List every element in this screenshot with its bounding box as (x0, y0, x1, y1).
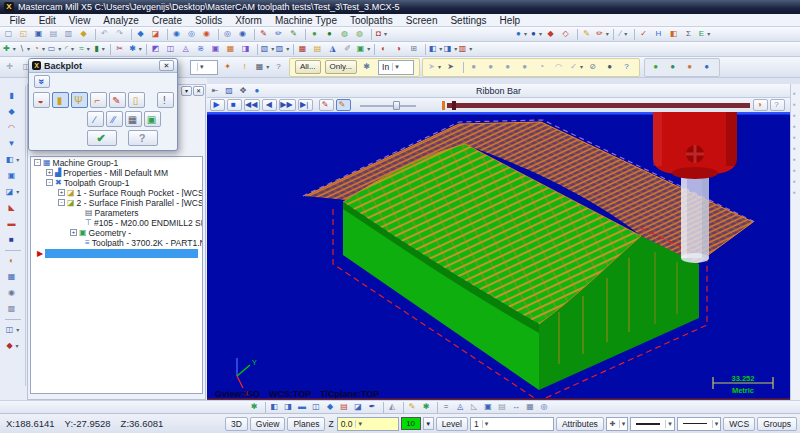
mru-icon[interactable]: ▪ (792, 166, 800, 175)
fast-point-icon[interactable]: ✦ (221, 59, 237, 75)
mru-icon[interactable]: ▪ (792, 89, 800, 98)
create-spline-button[interactable]: ≈ (78, 43, 92, 56)
mru-icon[interactable]: ▪ (792, 188, 800, 197)
backplot-dialog-titlebar[interactable]: X Backplot ✕ (29, 59, 177, 73)
analyze-position-button[interactable]: ◆ (135, 28, 149, 41)
solids-trim-button[interactable]: ▬ (6, 218, 20, 231)
select-chain-icon[interactable]: ● (467, 59, 483, 75)
tree-item[interactable]: ⊤ #105 - M20.00 ENDMILL2 SPHERE - 2 (31, 217, 202, 227)
point-style-combo[interactable]: ✚ (606, 417, 628, 431)
tree-expander[interactable]: - (34, 159, 41, 166)
bp-save-geometry-button[interactable]: ▣ (144, 111, 161, 127)
selection-help-icon[interactable]: ? (620, 59, 636, 75)
undo-button[interactable]: ↶ (99, 28, 113, 41)
repaint-button[interactable]: ✏ (273, 28, 287, 41)
clear-colors-button[interactable]: ✎ (258, 28, 272, 41)
gview-named-button[interactable]: ▥ (459, 43, 473, 56)
xform-translate-button[interactable]: ◩ (150, 43, 164, 56)
toggle-shading-button[interactable]: ◑ (393, 43, 407, 56)
menu-item[interactable]: Toolpaths (343, 14, 399, 27)
level-combo[interactable]: 1 (470, 417, 554, 431)
backplot-step-back-button[interactable]: ◀ (262, 99, 277, 111)
red-tool-button[interactable]: ◆ (6, 340, 20, 353)
backplot-progress-bar[interactable] (447, 103, 750, 108)
color-swatch[interactable]: 10 (401, 417, 421, 430)
status-level-icon[interactable]: ▬ (297, 402, 310, 413)
gview-button[interactable]: Gview (250, 417, 286, 431)
combine-views-button[interactable]: ▤ (312, 43, 326, 56)
solids-extrude-button[interactable]: ▮ (6, 90, 20, 103)
select-all-button[interactable]: All... (295, 60, 321, 74)
tree-item[interactable]: + ▟ Properties - Mill Default MM (31, 167, 202, 177)
menu-item[interactable]: Create (145, 14, 188, 27)
new-file-button[interactable]: ▢ (3, 28, 17, 41)
solids-layout-button[interactable]: ■ (6, 234, 20, 247)
backplot-details-icon[interactable]: ◑ (753, 99, 768, 111)
autocursor-combo[interactable] (190, 60, 218, 75)
menu-item[interactable]: Analyze (97, 14, 146, 27)
selection-options-icon[interactable]: ✱ (360, 59, 376, 75)
gview-select-icon[interactable]: ▦ (255, 59, 271, 75)
tree-item[interactable]: ▤ Parameters (31, 207, 202, 217)
zoom-target-button[interactable]: ◎ (186, 28, 200, 41)
print-button[interactable]: ▤ (48, 28, 62, 41)
menu-item[interactable]: Screen (399, 14, 444, 27)
menu-item[interactable]: Settings (444, 14, 493, 27)
levels-button[interactable]: ▧ (261, 43, 275, 56)
menu-item[interactable]: View (62, 14, 97, 27)
solid-sphere-button[interactable]: ◆ (545, 28, 559, 41)
3d-mode-button[interactable]: 3D (225, 417, 248, 431)
redo-button[interactable]: ↷ (114, 28, 128, 41)
bp-run-one-button[interactable]: ∕ (87, 111, 104, 127)
autocursor-help-icon[interactable]: ? (272, 59, 288, 75)
bp-display-rapid-button[interactable]: ⌐ (90, 92, 107, 108)
backplot-end-button[interactable]: ▶| (298, 99, 313, 111)
smart-dimension-button[interactable]: ∕ (617, 28, 631, 41)
hide-button[interactable]: ✐ (342, 43, 356, 56)
select-window-icon[interactable]: ● (484, 59, 500, 75)
backplot-trace-toggle[interactable]: ✎ (319, 99, 334, 111)
status-plane2-icon[interactable]: ◺ (469, 402, 482, 413)
drafting-dimension-button[interactable]: ✎ (581, 28, 595, 41)
status-grid2-icon[interactable]: ▦ (525, 402, 538, 413)
tree-item[interactable]: ≡ Toolpath - 3700.2K - PART1.NC - Progra (31, 237, 202, 247)
status-equal-icon[interactable]: = (441, 402, 454, 413)
selection-grid-icon[interactable]: ✛ (3, 59, 19, 75)
insert-position-row[interactable]: ▶ (31, 248, 202, 258)
attributes-button[interactable]: Attributes (556, 417, 604, 431)
planes-button[interactable]: Planes (287, 417, 325, 431)
z-depth-combo[interactable]: 0.0 (337, 417, 399, 431)
line-style-combo[interactable] (630, 417, 675, 431)
e-tool-button[interactable]: E (698, 28, 712, 41)
drafting-note-button[interactable]: ✏ (596, 28, 610, 41)
menu-item[interactable]: File (3, 14, 32, 27)
blank-button[interactable]: ▨ (276, 43, 290, 56)
bp-quick-verify-button[interactable]: ▯ (128, 92, 145, 108)
solids-shell-button[interactable]: ▣ (6, 170, 20, 183)
xform-offset-button[interactable]: ≋ (195, 43, 209, 56)
regen-button[interactable]: ✎ (288, 28, 302, 41)
ops-menu-button[interactable]: ▾ (181, 86, 192, 96)
bp-color-loops-button[interactable]: ◒ (33, 92, 50, 108)
mru-icon[interactable]: ▪ (792, 144, 800, 153)
status-circle2-icon[interactable]: ◎ (539, 402, 552, 413)
solids-fillet-button[interactable]: ◧ (6, 154, 20, 167)
open-file-button[interactable]: ◱ (18, 28, 32, 41)
level-button[interactable]: Level (436, 417, 468, 431)
curve-arc-button[interactable]: ● (515, 28, 529, 41)
tree-item[interactable]: + ◪ 1 - Surface Rough Pocket - [WCS: TOP… (31, 187, 202, 197)
view-panel-button[interactable]: ◫ (6, 324, 20, 337)
tree-item[interactable]: - ▦ Machine Group-1 (31, 157, 202, 167)
wcs-button[interactable]: WCS (723, 417, 755, 431)
grid-button[interactable]: ▦ (297, 43, 311, 56)
bp-ok-button[interactable]: ✔ (87, 130, 117, 146)
solids-loft-button[interactable]: ▼ (6, 138, 20, 151)
shade-edges-button[interactable]: ◍ (354, 28, 368, 41)
status-mask-icon[interactable]: ◪ (353, 402, 366, 413)
solid-box-button[interactable]: ◇ (560, 28, 574, 41)
solids-thicken-button[interactable]: ◣ (6, 202, 20, 215)
xform-project-button[interactable]: ▣ (210, 43, 224, 56)
sigma-tool-button[interactable]: Σ (683, 28, 697, 41)
create-fillet-button[interactable]: ◜ (63, 43, 77, 56)
status-flag-icon[interactable]: ◫ (311, 402, 324, 413)
